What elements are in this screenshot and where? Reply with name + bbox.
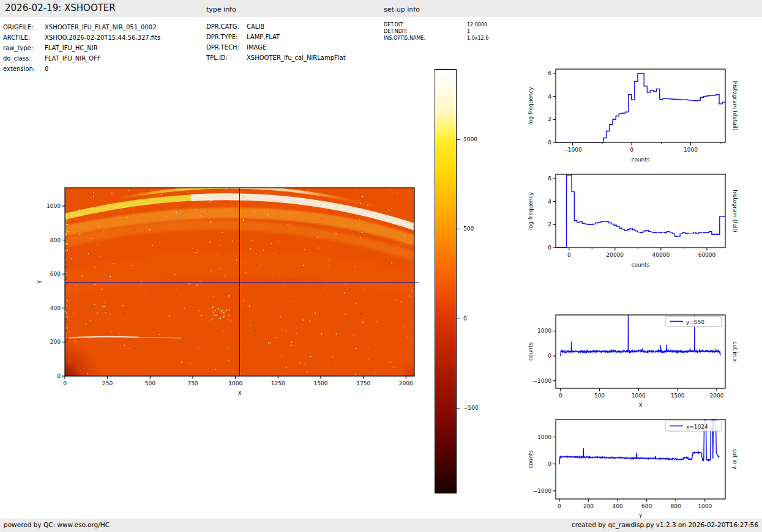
x-tick-label: 20000: [606, 252, 624, 258]
histogram-detail-plot: −1000010000246countslog frequencyhistogr…: [513, 61, 752, 167]
colorbar-tick: [457, 408, 460, 408]
x-tick-label: 0: [567, 252, 571, 258]
detector-image-plot: 0250500750100012501500175020000200400600…: [24, 179, 428, 404]
x-axis-label: counts: [631, 262, 649, 268]
y-tick-label: 400: [50, 305, 61, 311]
x-axis-label: X: [237, 390, 241, 396]
x-tick-label: 800: [671, 503, 681, 509]
y-tick-label: 1000: [537, 328, 551, 334]
colorbar-tick-label: −500: [463, 404, 479, 412]
colorbar-tick: [457, 139, 460, 140]
y-tick-label: 4: [548, 94, 551, 100]
x-tick-label: 400: [613, 503, 623, 509]
x-tick-label: 1000: [684, 147, 698, 153]
histfull-series-line: [556, 175, 725, 248]
legend: y=550: [665, 316, 722, 327]
x-tick-label: 1000: [698, 503, 712, 509]
right-axis-label: cut in x: [732, 341, 738, 362]
y-tick-label: 6: [548, 175, 551, 182]
y-tick-label: 1000: [537, 434, 551, 440]
axes-frame: [556, 69, 725, 142]
y-tick-label: 0: [548, 353, 551, 359]
y-tick-label: 2: [548, 116, 551, 122]
histdet-series-line: [556, 73, 725, 142]
x-tick-label: 2000: [710, 393, 724, 399]
histogram-full-plot: 02000040000600000246countslog frequencyh…: [513, 166, 752, 272]
y-tick-label: 600: [50, 271, 61, 277]
x-tick-label: 500: [145, 380, 155, 386]
x-tick-label: 1000: [228, 380, 242, 386]
y-tick-label: 0: [548, 461, 551, 467]
x-axis-label: Y: [638, 513, 643, 519]
cutx-series-line: [561, 309, 720, 357]
cuty-series-line: [559, 412, 720, 464]
colorbar-tick-label: 0: [463, 315, 467, 322]
x-tick-label: 600: [641, 503, 652, 509]
x-tick-label: 1750: [356, 380, 370, 386]
x-tick-label: 250: [102, 380, 113, 386]
right-axis-label: cut in y: [732, 449, 738, 470]
x-tick-label: 60000: [698, 252, 716, 258]
y-axis-label: counts: [528, 450, 534, 468]
qc-report-page: 2026-02-19: XSHOOTER type info set-up in…: [0, 0, 762, 532]
colorbar-tick: [457, 229, 460, 229]
y-tick-label: 200: [50, 339, 61, 345]
x-axis-label: counts: [631, 157, 649, 163]
x-tick-label: 0: [630, 147, 633, 153]
y-axis-label: Y: [37, 280, 43, 284]
x-tick-label: 500: [594, 393, 605, 399]
footer-left: powered by QC: www.eso.org/HC: [4, 521, 110, 528]
legend-label: y=550: [686, 319, 704, 325]
colorbar-tick-label: 1000: [463, 136, 477, 143]
axes-frame: [556, 174, 725, 248]
x-tick-label: 1500: [314, 380, 328, 386]
cut-in-y-plot: 02004006008001000−100001000Ycountscut in…: [513, 411, 752, 523]
y-tick-label: 2: [548, 221, 551, 227]
y-axis-label: counts: [528, 342, 534, 361]
y-tick-label: 0: [57, 373, 61, 379]
x-tick-label: 1000: [632, 393, 646, 399]
legend: x=1024: [665, 421, 722, 431]
colorbar-tick-label: 500: [463, 225, 474, 232]
x-tick-label: 1500: [671, 393, 685, 399]
right-axis-label: histogram (full): [732, 190, 738, 232]
colorbar-gradient: [435, 69, 457, 493]
x-tick-label: 1250: [271, 380, 285, 386]
y-tick-label: −1000: [533, 378, 552, 384]
x-tick-label: −1000: [563, 147, 582, 153]
x-tick-label: 750: [187, 380, 198, 386]
x-tick-label: 0: [558, 503, 561, 509]
y-tick-label: 6: [548, 70, 551, 76]
y-axis-label: log frequency: [528, 191, 534, 229]
y-tick-label: 4: [548, 199, 551, 205]
y-tick-label: 0: [548, 245, 551, 251]
colorbar: 10005000−500: [435, 69, 496, 497]
x-tick-label: 2000: [399, 380, 413, 386]
x-tick-label: 200: [583, 503, 594, 509]
right-axis-label: histogram (detail): [732, 81, 738, 131]
x-tick-label: 0: [559, 393, 562, 399]
x-axis-label: X: [638, 402, 642, 408]
x-tick-label: 0: [63, 380, 67, 386]
figure-area: 10005000−500 025050075010001250150017502…: [0, 0, 762, 519]
legend-label: x=1024: [686, 424, 708, 430]
y-tick-label: 800: [50, 237, 61, 243]
y-tick-label: −1000: [533, 488, 552, 494]
y-axis-label: log frequency: [528, 86, 534, 124]
x-tick-label: 40000: [652, 252, 670, 258]
cut-in-x-plot: 0500100015002000−100001000Xcountscut in …: [513, 306, 752, 413]
y-tick-label: 0: [548, 139, 551, 146]
y-tick-label: 1000: [47, 203, 61, 209]
colorbar-tick: [457, 319, 460, 319]
